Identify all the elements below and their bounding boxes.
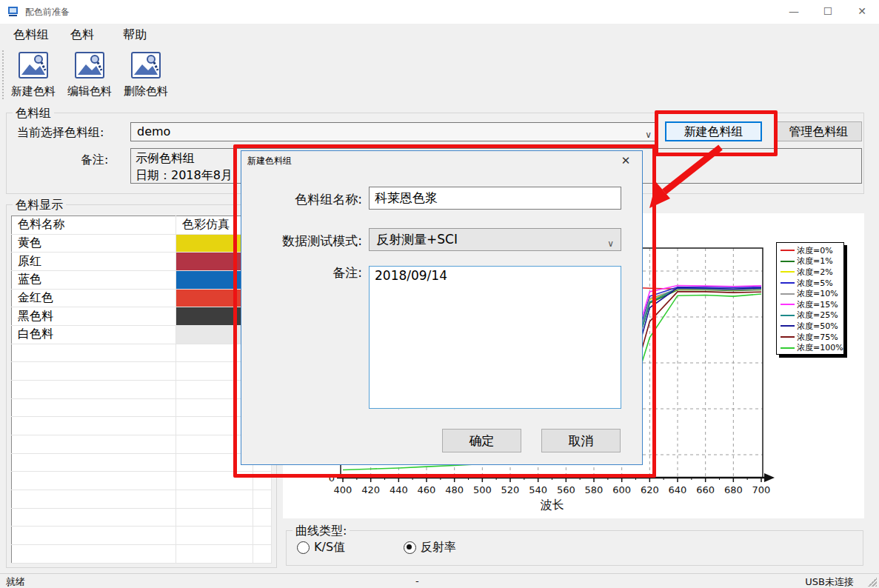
chevron-down-icon: ∨ xyxy=(645,126,652,144)
legend-line-sample xyxy=(781,261,795,262)
image-icon xyxy=(19,50,48,80)
chart-legend: 浓度=0%浓度=1%浓度=2%浓度=5%浓度=10%浓度=15%浓度=25%浓度… xyxy=(776,242,844,355)
colorant-name-cell: 白色料 xyxy=(12,326,176,344)
svg-text:520: 520 xyxy=(501,484,520,495)
app-window: 配色前准备 — ☐ ✕ 色料组 色料 帮助 新建色料 编辑色料 删除色料 xyxy=(0,0,879,588)
svg-text:700: 700 xyxy=(752,484,771,495)
table-empty-cell xyxy=(12,417,176,435)
menu-item-colorant-group[interactable]: 色料组 xyxy=(13,27,49,43)
image-icon xyxy=(131,50,161,80)
table-empty-cell xyxy=(176,527,253,545)
table-row[interactable]: 黄色 xyxy=(12,234,272,253)
minimize-button[interactable]: — xyxy=(777,0,811,24)
legend-label: 浓度=25% xyxy=(797,310,838,321)
image-icon xyxy=(75,50,104,80)
table-empty-row xyxy=(12,381,272,399)
group-title: 曲线类型: xyxy=(293,524,350,539)
radio-reflectance[interactable]: 反射率 xyxy=(404,540,456,555)
legend-line-sample xyxy=(781,315,795,316)
legend-label: 浓度=1% xyxy=(797,255,833,267)
table-empty-cell xyxy=(12,508,176,527)
svg-text:600: 600 xyxy=(612,484,631,495)
radio-label: 反射率 xyxy=(421,540,456,555)
current-group-label: 当前选择色料组: xyxy=(17,125,104,141)
radio-circle-selected-icon xyxy=(404,541,416,554)
new-colorant-group-button[interactable]: 新建色料组 xyxy=(665,121,762,141)
table-empty-row xyxy=(12,362,272,381)
table-row[interactable]: 蓝色 xyxy=(12,271,272,290)
toolbar: 新建色料 编辑色料 删除色料 xyxy=(0,49,879,104)
menu-bar: 色料组 色料 帮助 xyxy=(0,24,879,47)
legend-line-sample xyxy=(781,304,795,305)
toolbar-button-label: 编辑色料 xyxy=(64,84,116,98)
legend-label: 浓度=50% xyxy=(797,321,838,332)
table-empty-cell xyxy=(12,545,176,564)
legend-item: 浓度=100% xyxy=(781,342,843,353)
maximize-button[interactable]: ☐ xyxy=(811,0,845,24)
table-header-cell: 色料名称 xyxy=(12,216,176,235)
colorant-name-cell: 黑色料 xyxy=(12,307,176,326)
table-empty-row xyxy=(12,508,272,527)
legend-item: 浓度=50% xyxy=(781,321,843,332)
svg-text:540: 540 xyxy=(529,484,547,495)
table-empty-cell xyxy=(12,435,176,454)
table-empty-row xyxy=(12,344,272,362)
table-empty-cell xyxy=(12,490,176,509)
dialog-remark-textarea[interactable]: 2018/09/14 xyxy=(369,266,621,409)
toolbar-button-label: 删除色料 xyxy=(120,84,172,98)
table-row[interactable]: 金红色 xyxy=(12,289,272,307)
legend-label: 浓度=15% xyxy=(797,299,838,310)
legend-item: 浓度=75% xyxy=(781,332,843,343)
table-empty-cell xyxy=(12,398,176,417)
svg-text:420: 420 xyxy=(361,484,380,495)
table-empty-row xyxy=(12,453,272,472)
legend-label: 浓度=10% xyxy=(797,288,838,299)
menu-item-colorant[interactable]: 色料 xyxy=(70,27,94,43)
svg-text:波长: 波长 xyxy=(541,498,564,512)
table-empty-cell xyxy=(253,508,272,527)
legend-line-sample xyxy=(781,347,795,349)
legend-item: 浓度=15% xyxy=(781,299,843,310)
menu-item-help[interactable]: 帮助 xyxy=(123,27,147,43)
legend-label: 浓度=2% xyxy=(797,267,833,278)
group-curve-type: 曲线类型: K/S值 反射率 xyxy=(286,530,863,566)
colorant-table[interactable]: 色料名称色彩仿真黄色原红蓝色金红色黑色料白色料 xyxy=(11,216,272,564)
ok-button[interactable]: 确定 xyxy=(442,429,521,452)
legend-label: 浓度=100% xyxy=(797,342,843,353)
table-row[interactable]: 原红 xyxy=(12,253,272,271)
table-row[interactable]: 黑色料 xyxy=(12,307,272,326)
legend-item: 浓度=10% xyxy=(781,288,843,299)
legend-item: 浓度=5% xyxy=(781,278,843,289)
current-colorant-group-select[interactable]: demo ∨ xyxy=(130,122,658,141)
dialog-title: 新建色料组 xyxy=(247,155,292,167)
dialog-close-icon[interactable]: ✕ xyxy=(617,153,635,168)
cancel-button[interactable]: 取消 xyxy=(541,429,621,452)
table-empty-cell xyxy=(176,508,253,527)
svg-text:660: 660 xyxy=(696,484,715,495)
radio-label: K/S值 xyxy=(314,540,345,555)
table-empty-row xyxy=(12,417,272,435)
table-empty-row xyxy=(12,527,272,545)
manage-colorant-group-button[interactable]: 管理色料组 xyxy=(775,121,862,141)
app-icon xyxy=(7,6,19,18)
resize-grip[interactable] xyxy=(868,578,877,587)
close-button[interactable]: ✕ xyxy=(845,0,879,24)
colorant-name-cell: 蓝色 xyxy=(12,271,176,290)
group-name-input[interactable] xyxy=(369,187,621,210)
toolbar-button-label: 新建色料 xyxy=(7,84,59,98)
svg-text:560: 560 xyxy=(557,484,575,495)
table-empty-cell xyxy=(253,527,272,545)
test-mode-select[interactable]: 反射测量+SCI ∨ xyxy=(369,228,621,251)
toolbar-button-delete-colorant[interactable]: 删除色料 xyxy=(120,49,172,102)
toolbar-button-new-colorant[interactable]: 新建色料 xyxy=(7,49,59,102)
table-empty-cell xyxy=(253,490,272,509)
toolbar-button-edit-colorant[interactable]: 编辑色料 xyxy=(64,49,116,102)
table-empty-cell xyxy=(12,362,176,381)
table-empty-cell xyxy=(12,453,176,472)
table-row[interactable]: 白色料 xyxy=(12,326,272,344)
svg-text:580: 580 xyxy=(585,484,604,495)
status-ready: 就绪 xyxy=(6,575,25,588)
radio-ks-value[interactable]: K/S值 xyxy=(297,540,345,555)
legend-label: 浓度=75% xyxy=(797,332,838,343)
colorant-name-cell: 金红色 xyxy=(12,289,176,307)
